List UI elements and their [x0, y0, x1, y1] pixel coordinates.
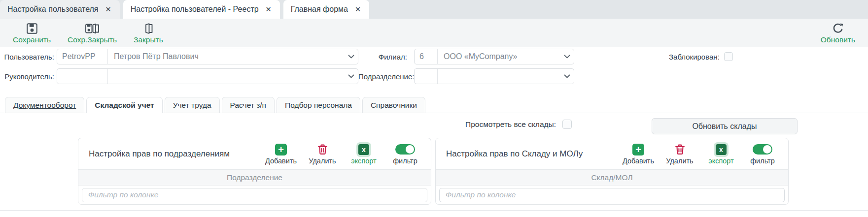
close-button-label: Закрыть [134, 36, 163, 44]
department-label: Подразделение: [358, 72, 411, 81]
trash-icon [674, 143, 686, 156]
section-tab-strip: Документооборот Складской учет Учет труд… [0, 96, 868, 113]
warehouse-tab-content: Просмотреть все склады: Обновить склады … [0, 113, 868, 211]
save-button-label: Сохранить [13, 36, 51, 44]
branch-label: Филиал: [358, 53, 411, 61]
trash-icon [316, 143, 329, 156]
window-tab-label: Главная форма [291, 5, 348, 14]
panel-header: Настройка прав по Складу и МОЛу + Добави… [436, 138, 788, 169]
floppy-door-icon [85, 22, 100, 35]
column-header-warehouse-mol[interactable]: Склад/МОЛ [436, 169, 788, 186]
close-icon[interactable]: ✕ [266, 5, 272, 13]
chevron-down-icon[interactable] [344, 74, 358, 78]
delete-row-button[interactable]: Удалить [303, 143, 342, 165]
department-combobox [414, 68, 574, 84]
floppy-icon [26, 22, 38, 35]
panel-title: Настройка прав по подразделениям [89, 149, 230, 159]
filter-toggle[interactable]: фильтр [385, 143, 425, 165]
save-close-button-label: Сохр.Закрыть [68, 36, 117, 44]
excel-icon: x [358, 144, 369, 155]
plus-icon: + [632, 144, 644, 155]
view-all-warehouses-field: Просмотреть все склады: [446, 120, 572, 129]
manager-label: Руководитель: [0, 72, 54, 81]
window-tab-label: Настройка пользователя [7, 5, 99, 14]
user-label: Пользователь: [0, 53, 54, 61]
tab-document-flow[interactable]: Документооборот [5, 97, 84, 113]
column-header-department[interactable]: Подразделение [78, 169, 431, 186]
department-rights-panel: Настройка прав по подразделениям + Добав… [78, 138, 431, 205]
refresh-warehouses-button[interactable]: Обновить склады [652, 118, 798, 134]
excel-export-button[interactable]: x экспорт [344, 143, 383, 165]
branch-code-input[interactable] [415, 49, 438, 64]
blocked-checkbox[interactable] [724, 52, 733, 61]
window-tab-main-form[interactable]: Главная форма ✕ [283, 0, 369, 19]
excel-export-button[interactable]: x экспорт [701, 143, 741, 165]
add-row-button[interactable]: + Добавить [619, 143, 658, 165]
window-tab-user-settings[interactable]: Настройка пользователя ✕ [0, 0, 120, 19]
add-row-button[interactable]: + Добавить [261, 143, 301, 165]
refresh-button-label: Обновить [821, 36, 855, 44]
user-name-value: Петров Пётр Павлович [108, 52, 344, 61]
warehouse-mol-rights-panel: Настройка прав по Складу и МОЛу + Добави… [435, 138, 789, 205]
tab-recruitment[interactable]: Подбор персонала [277, 97, 360, 113]
view-all-warehouses-checkbox[interactable] [562, 120, 572, 129]
panel-title: Настройка прав по Складу и МОЛу [446, 149, 583, 159]
close-icon[interactable]: ✕ [105, 5, 111, 13]
close-icon[interactable]: ✕ [355, 5, 361, 13]
manager-code-input[interactable] [57, 69, 108, 84]
toolbar: Сохранить Сохр.Закрыть Закр [0, 19, 868, 47]
refresh-icon [831, 22, 845, 35]
plus-icon: + [275, 144, 287, 155]
chevron-down-icon[interactable] [560, 74, 574, 78]
toggle-on-icon[interactable] [395, 144, 415, 155]
chevron-down-icon[interactable] [344, 55, 358, 59]
window-tab-users-registry[interactable]: Настройка пользователей - Реестр ✕ [123, 0, 280, 19]
manager-combobox [57, 68, 358, 84]
branch-combobox: ООО «MyCompany» [414, 49, 574, 64]
panel-toolbar: + Добавить Удалить [619, 143, 782, 165]
window-tab-label: Настройка пользователей - Реестр [131, 5, 259, 14]
save-close-button[interactable]: Сохр.Закрыть [68, 22, 117, 44]
panel-header: Настройка прав по подразделениям + Добав… [78, 138, 431, 169]
close-button[interactable]: Закрыть [134, 22, 163, 44]
department-code-input[interactable] [415, 69, 438, 84]
delete-row-button[interactable]: Удалить [660, 143, 699, 165]
panel-toolbar: + Добавить Удалить [261, 143, 425, 165]
refresh-button[interactable]: Обновить [821, 22, 855, 44]
app-window: Настройка пользователя ✕ Настройка польз… [0, 0, 868, 217]
excel-icon: x [716, 144, 727, 155]
window-tab-bar: Настройка пользователя ✕ Настройка польз… [0, 0, 868, 19]
tab-payroll[interactable]: Расчет з/п [222, 97, 275, 113]
form-row-manager: Руководитель: Подразделение: [0, 68, 868, 84]
user-form: Пользователь: Петров Пётр Павлович Филиа… [0, 47, 868, 96]
toggle-on-icon[interactable] [753, 144, 772, 155]
save-button[interactable]: Сохранить [13, 22, 51, 44]
view-all-warehouses-label: Просмотреть все склады: [465, 120, 556, 129]
filter-row [436, 186, 788, 204]
form-row-user: Пользователь: Петров Пётр Павлович Филиа… [0, 49, 868, 64]
branch-name-value: ООО «MyCompany» [438, 52, 560, 61]
user-combobox: Петров Пётр Павлович [57, 49, 358, 64]
content-bottom-divider [0, 210, 868, 211]
filter-toggle[interactable]: фильтр [743, 143, 782, 165]
filter-row [78, 186, 431, 204]
tab-directories[interactable]: Справочники [362, 97, 425, 113]
door-icon [142, 22, 154, 35]
tab-labor-accounting[interactable]: Учет труда [165, 97, 220, 113]
warehouse-mol-filter-input[interactable] [439, 188, 785, 202]
user-code-input[interactable] [57, 49, 108, 64]
chevron-down-icon[interactable] [560, 55, 574, 59]
tab-warehouse-accounting[interactable]: Складской учет [86, 97, 162, 113]
blocked-label: Заблокирован: [669, 53, 720, 61]
department-filter-input[interactable] [82, 188, 427, 202]
